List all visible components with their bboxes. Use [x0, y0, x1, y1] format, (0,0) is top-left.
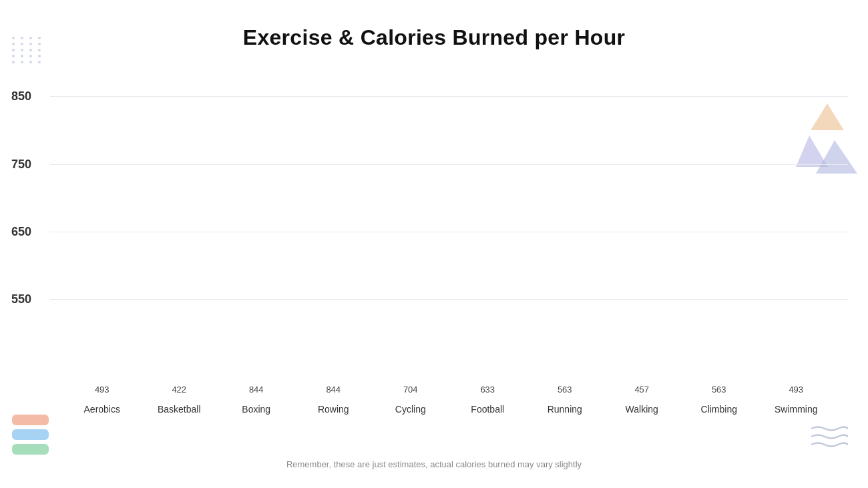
bar-value-rowing: 844 [326, 385, 341, 395]
bar-value-running: 563 [558, 385, 572, 395]
bar-label-running: Running [548, 404, 582, 415]
bar-group-cycling: 704Cycling [372, 385, 449, 415]
bar-group-basketball: 422Basketball [141, 385, 218, 415]
bar-label-walking: Walking [626, 404, 658, 415]
bar-group-swimming: 493Swimming [758, 385, 835, 415]
bar-value-cycling: 704 [403, 385, 418, 395]
bar-value-football: 633 [480, 385, 495, 395]
bar-label-aerobics: Aerobics [84, 404, 120, 415]
bar-label-rowing: Rowing [318, 404, 349, 415]
bar-group-climbing: 563Climbing [680, 385, 758, 415]
shapes-bottom-left [12, 415, 49, 455]
dots-decoration [12, 37, 43, 63]
bar-group-rowing: 844Rowing [295, 385, 373, 415]
bar-label-football: Football [471, 404, 504, 415]
chart-title: Exercise & Calories Burned per Hour [0, 0, 868, 50]
y-label-850: 850 [11, 89, 31, 103]
bar-label-cycling: Cycling [395, 404, 426, 415]
y-label-550: 550 [11, 292, 31, 306]
bars-wrapper: 493Aerobics422Basketball844Boxing844Rowi… [50, 77, 848, 415]
bar-value-swimming: 493 [789, 385, 803, 395]
y-label-750: 750 [11, 157, 31, 171]
bar-value-walking: 457 [634, 385, 649, 395]
bar-value-boxing: 844 [249, 385, 264, 395]
footnote: Remember, these are just estimates, actu… [0, 459, 868, 469]
bar-group-aerobics: 493Aerobics [63, 385, 141, 415]
y-label-650: 650 [11, 224, 31, 238]
bar-label-boxing: Boxing [242, 404, 270, 415]
bar-value-basketball: 422 [172, 385, 186, 395]
bar-group-running: 563Running [526, 385, 604, 415]
bar-label-basketball: Basketball [158, 404, 201, 415]
waves-decoration [808, 422, 848, 458]
chart-area: 850 750 650 550 493Aerobics422Basketball… [50, 77, 848, 415]
bar-group-walking: 457Walking [604, 385, 681, 415]
bar-value-aerobics: 493 [95, 385, 110, 395]
bar-group-boxing: 844Boxing [218, 385, 295, 415]
bar-group-football: 633Football [449, 385, 527, 415]
chart-container: Exercise & Calories Burned per Hour 850 … [0, 0, 868, 488]
bar-label-swimming: Swimming [775, 404, 818, 415]
bar-value-climbing: 563 [712, 385, 726, 395]
bar-label-climbing: Climbing [701, 404, 737, 415]
